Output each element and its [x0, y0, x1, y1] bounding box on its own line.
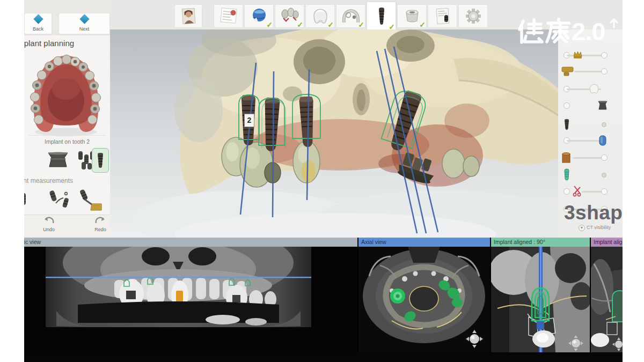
screen: Back Next Implant planning — [0, 0, 644, 362]
scan-globe-icon — [250, 7, 268, 25]
slider-row-blue — [558, 135, 623, 147]
gear-icon — [465, 8, 481, 24]
slider-row-cut — [558, 186, 623, 198]
order-form-icon — [219, 7, 238, 25]
checkmark: ✓ — [266, 20, 273, 29]
tooth-white-icon[interactable] — [588, 83, 600, 97]
slider-knob[interactable] — [601, 68, 608, 75]
toolbar-step-surgical-report[interactable] — [428, 4, 457, 28]
implant-green-icon[interactable] — [562, 168, 571, 183]
measure-tool-clipped-button[interactable] — [24, 188, 30, 212]
axial-view-header: Axial view — [358, 238, 490, 247]
undo-button[interactable]: Undo — [33, 217, 65, 237]
toolbar-step-sleeve-design[interactable]: ✓ — [397, 4, 427, 28]
patient-photo-icon — [180, 8, 197, 25]
panoramic-view-header: Panoramic view — [24, 238, 357, 247]
redo-icon — [94, 217, 106, 224]
toolbar-step-settings[interactable] — [458, 4, 488, 28]
abutment-icon — [46, 151, 70, 169]
implant-aligned-header: Implant aligned : 90° — [491, 238, 590, 247]
implant-aligned-panel[interactable]: Implant aligned : 90° — [491, 238, 590, 352]
toolbar-step-scan-segmentation[interactable]: ✓ — [275, 4, 304, 28]
slider-row-implant — [558, 119, 623, 131]
slider-row-copper — [558, 152, 623, 164]
next-label: Next — [59, 26, 109, 32]
panoramic-xray[interactable] — [46, 247, 311, 327]
slider-track[interactable] — [567, 140, 601, 142]
panoramic-view-panel[interactable]: Panoramic view — [24, 238, 357, 352]
slider-row-tooth — [558, 84, 623, 95]
back-arrow-icon — [33, 14, 43, 24]
slider-row-green — [558, 169, 623, 181]
slider-row-crown — [558, 50, 623, 62]
abutment-tool-button[interactable] — [43, 148, 72, 173]
slider-knob[interactable] — [601, 52, 608, 58]
slider-knob[interactable] — [602, 173, 606, 178]
abutment-dark-icon[interactable] — [597, 100, 609, 113]
next-button[interactable]: Next — [58, 13, 110, 34]
implant-aligned-2-panel[interactable]: Implant aligned — [591, 238, 623, 352]
back-label: Back — [25, 26, 52, 32]
divider — [28, 135, 106, 136]
toolbar-step-order-form[interactable] — [214, 4, 243, 28]
slider-knob[interactable] — [564, 102, 570, 109]
implant-outline — [532, 288, 549, 321]
single-implant-icon — [97, 152, 104, 168]
toolbar-step-jaw-scan[interactable]: ✓ — [336, 4, 365, 28]
toolbar-step-implant-planning[interactable]: ✓ — [367, 2, 396, 30]
back-button[interactable]: Back — [24, 13, 52, 34]
implant-aligned-2-ct[interactable] — [591, 247, 623, 352]
toolbar-step-crown-design[interactable]: ✓ — [305, 4, 335, 28]
watermark-arrow-icon — [609, 17, 619, 28]
implant-number-badge[interactable]: 2 — [244, 114, 254, 127]
axial-view-panel[interactable]: Axial view — [358, 238, 490, 352]
pano-slice-line — [46, 277, 311, 278]
axial-ct-image — [358, 247, 490, 352]
upper-jaw-occlusal-image — [27, 51, 105, 136]
cut-red-icon[interactable] — [572, 185, 583, 199]
bar-gold-icon[interactable] — [561, 66, 574, 79]
implant-aligned-ct[interactable] — [491, 247, 590, 352]
toolbar-step-surface-scan[interactable]: ✓ — [244, 4, 274, 28]
slider-track[interactable] — [573, 157, 604, 159]
implant-aligned-2-ct-image — [591, 247, 623, 352]
implant-angle-icon — [48, 189, 72, 211]
checkmark: ✓ — [419, 20, 426, 29]
implant-dark-icon[interactable] — [562, 119, 571, 132]
slider-knob[interactable] — [602, 122, 606, 127]
crown-gold-icon[interactable] — [573, 50, 583, 62]
report-icon — [434, 8, 451, 25]
watermark-cjk-glyphs — [517, 18, 570, 46]
angle-measure-button[interactable] — [47, 188, 74, 212]
slider-knob[interactable] — [601, 154, 608, 161]
ct-visibility-toggle[interactable]: ▾CT visibility — [579, 225, 611, 232]
watermark: 2.0 — [517, 18, 624, 50]
slider-track[interactable] — [574, 71, 604, 72]
dental-arch-preview[interactable] — [27, 51, 105, 136]
chevron-down-icon: ▾ — [579, 225, 585, 231]
page-title: Implant planning — [24, 39, 110, 48]
letterbox-bar — [24, 352, 623, 362]
toolbar-step-patient-photo[interactable] — [174, 4, 202, 28]
slider-row-abutment — [558, 100, 623, 112]
single-implant-tool-button[interactable] — [92, 148, 109, 173]
undo-icon — [43, 217, 55, 224]
tooth-crown-icon — [312, 8, 329, 25]
cylinder-copper-icon[interactable] — [561, 152, 571, 166]
implant-aligned-2-header: Implant aligned — [591, 238, 623, 247]
panoramic-xray-image — [46, 247, 311, 327]
slider-knob[interactable] — [564, 188, 570, 195]
highlighted-implant — [176, 291, 183, 302]
implant-software-window: Back Next Implant planning — [24, 0, 623, 362]
slider-knob[interactable] — [601, 188, 608, 195]
3d-viewport[interactable]: 2 — [110, 29, 558, 238]
handle-blue-icon[interactable] — [599, 135, 606, 148]
implant-aligned-ct-image — [491, 247, 590, 352]
3shape-logo: 3shape — [564, 202, 623, 224]
next-arrow-icon — [79, 14, 89, 24]
axial-ct[interactable] — [358, 247, 490, 352]
redo-button[interactable]: Redo — [84, 217, 110, 237]
implant-measure-icon — [24, 192, 27, 208]
implant-icon — [377, 7, 386, 25]
bone-measure-button[interactable] — [77, 188, 104, 212]
